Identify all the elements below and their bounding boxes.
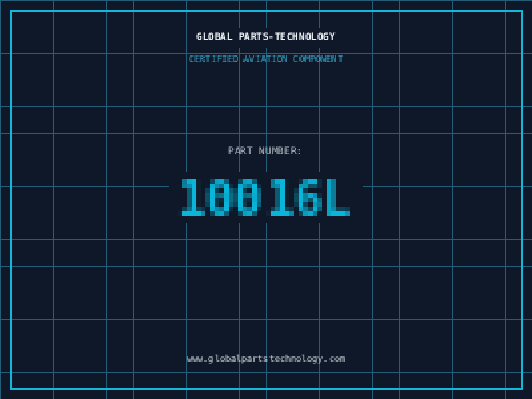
part-number-value: 10016L xyxy=(169,172,363,223)
